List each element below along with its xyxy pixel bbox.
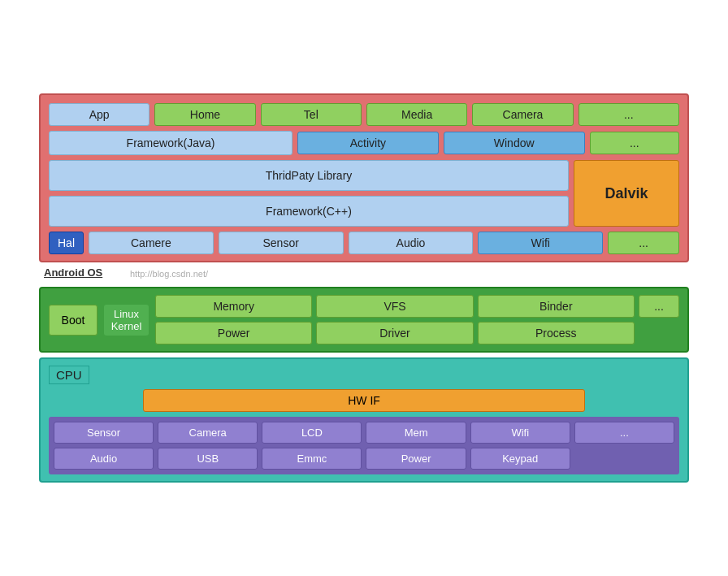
framework-more-cell: ...: [590, 132, 679, 154]
library-section: ThridPaty Library Framework(C++) Dalvik: [49, 160, 679, 227]
binder-cell: Binder: [478, 295, 635, 318]
hw-lcd-cell: LCD: [262, 422, 362, 444]
hw-empty-cell: [574, 448, 674, 470]
sensor-cell-hal: Sensor: [219, 232, 344, 254]
hal-row: Hal Camere Sensor Audio Wifi ...: [49, 232, 679, 254]
linux-grid: Memory VFS Binder ... Power Driver Proce…: [155, 295, 679, 344]
diagram-container: App Home Tel Media Camera ... Framework(…: [31, 85, 697, 491]
android-os-layer: App Home Tel Media Camera ... Framework(…: [39, 93, 689, 262]
power-cell: Power: [155, 322, 312, 344]
linux-more-cell: ...: [639, 295, 679, 318]
framework-cpp-cell: Framework(C++): [49, 196, 569, 227]
window-cell: Window: [444, 132, 585, 154]
vfs-cell: VFS: [316, 295, 473, 318]
audio-cell-hal: Audio: [349, 232, 474, 254]
hw-keypad-cell: Keypad: [470, 448, 570, 470]
hw-wifi-cell: Wifi: [470, 422, 570, 444]
framework-java-row: Framework(Java) Activity Window ...: [49, 131, 679, 155]
linux-kernel-layer: Boot Linux Kernel Memory VFS Binder ... …: [39, 287, 689, 353]
hw-mem-cell: Mem: [366, 422, 466, 444]
hal-more-cell: ...: [608, 232, 679, 254]
hw-more-cell: ...: [574, 422, 674, 444]
wifi-cell-hal: Wifi: [478, 232, 603, 254]
hw-sensor-cell: Sensor: [54, 422, 154, 444]
camere-cell: Camere: [89, 232, 214, 254]
memory-cell: Memory: [155, 295, 312, 318]
android-os-label: Android OS: [44, 266, 102, 279]
hal-cell: Hal: [49, 232, 84, 254]
hw-emmc-cell: Emmc: [262, 448, 362, 470]
app-row: App Home Tel Media Camera ...: [49, 103, 679, 126]
cpu-label: CPU: [49, 366, 89, 384]
hw-power-cell: Power: [366, 448, 466, 470]
thirdparty-cell: ThridPaty Library: [49, 160, 569, 191]
activity-cell: Activity: [297, 132, 439, 154]
library-left: ThridPaty Library Framework(C++): [49, 160, 569, 227]
hwif-bar: HW IF: [143, 389, 584, 412]
boot-cell: Boot: [49, 305, 98, 336]
dalvik-cell: Dalvik: [574, 160, 679, 227]
android-os-url: http://blog.csdn.net/: [130, 269, 208, 279]
hw-camera-cell: Camera: [158, 422, 258, 444]
linux-kernel-label: Linux Kernel: [104, 305, 149, 336]
hw-usb-cell: USB: [158, 448, 258, 470]
cpu-layer: CPU HW IF Sensor Camera LCD Mem Wifi ...…: [39, 357, 689, 483]
tel-cell: Tel: [261, 103, 362, 126]
media-cell: Media: [366, 103, 467, 126]
hw-audio-cell: Audio: [54, 448, 154, 470]
hw-grid: Sensor Camera LCD Mem Wifi ... Audio USB…: [49, 417, 679, 474]
linux-empty-cell: [639, 322, 679, 344]
framework-java-cell: Framework(Java): [49, 131, 292, 155]
app-cell: App: [49, 103, 150, 126]
camera-cell: Camera: [472, 103, 573, 126]
home-cell: Home: [154, 103, 255, 126]
process-cell: Process: [478, 322, 635, 344]
driver-cell: Driver: [316, 322, 473, 344]
app-more-cell: ...: [578, 103, 679, 126]
